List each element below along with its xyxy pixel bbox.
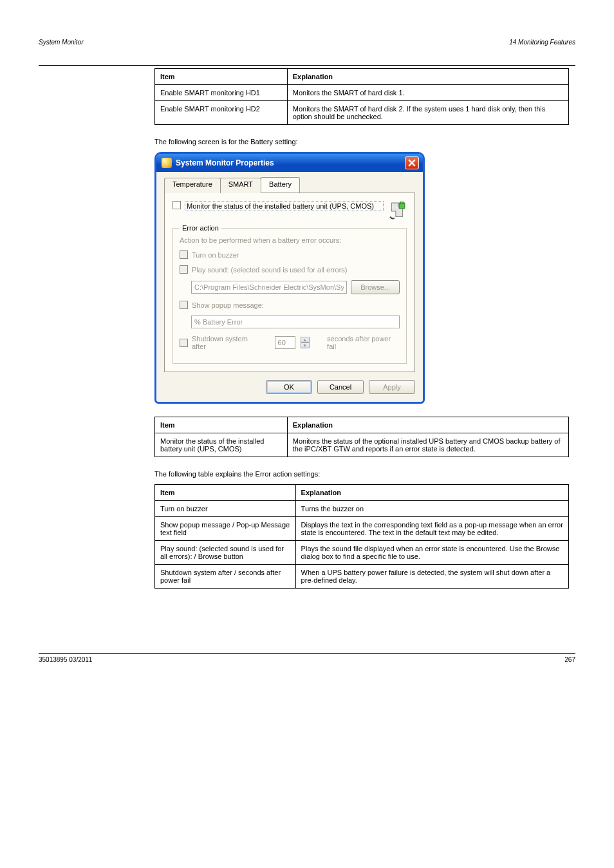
app-icon (162, 158, 172, 168)
shutdown-label: Shutdown system after (192, 335, 262, 350)
error-action-table: Item Explanation Turn on buzzer Turns th… (154, 484, 569, 589)
dialog-title: System Monitor Properties (176, 158, 274, 167)
popup-message-field[interactable] (191, 316, 400, 328)
buzzer-label: Turn on buzzer (192, 251, 239, 259)
table-header-row: Item Explanation (155, 417, 569, 433)
cancel-button[interactable]: Cancel (317, 380, 364, 394)
error-action-group: Error action Action to be performed when… (172, 228, 407, 364)
titlebar[interactable]: System Monitor Properties (156, 154, 423, 172)
th-explanation: Explanation (287, 417, 568, 433)
sound-path-field[interactable] (191, 281, 347, 294)
header-left: System Monitor (39, 39, 83, 46)
shutdown-seconds-field[interactable] (275, 336, 295, 349)
page-footer: 35013895 03/2011 267 (39, 656, 575, 663)
system-monitor-dialog: System Monitor Properties Temperature SM… (154, 152, 425, 404)
popup-label: Show popup message: (192, 301, 264, 309)
group-legend: Error action (180, 224, 221, 232)
page-header: System Monitor 14 Monitoring Features (39, 39, 575, 46)
table-header-row: Item Explanation (155, 485, 569, 501)
footer-rule (39, 653, 575, 654)
table-row: Play sound: (selected sound is used for … (155, 541, 569, 565)
table-row: Enable SMART monitoring HD2 Monitors the… (155, 101, 569, 125)
battery-monitor-table: Item Explanation Monitor the status of t… (154, 417, 569, 457)
table-header-row: Item Explanation (155, 69, 569, 85)
table-row: Enable SMART monitoring HD1 Monitors the… (155, 85, 569, 101)
dialog-button-row: OK Cancel Apply (164, 380, 415, 394)
th-item: Item (155, 417, 288, 433)
seconds-spinner[interactable]: ▲ ▼ (301, 337, 310, 348)
table-row: Shutdown system after / seconds after po… (155, 565, 569, 589)
tab-battery[interactable]: Battery (261, 177, 300, 193)
spin-down-icon[interactable]: ▼ (301, 343, 310, 348)
th-explanation: Explanation (295, 485, 568, 501)
play-sound-checkbox[interactable] (180, 265, 188, 274)
seconds-after-label: seconds after power fail (327, 335, 400, 350)
perform-label: Action to be performed when a battery er… (180, 236, 341, 244)
smart-table: Item Explanation Enable SMART monitoring… (154, 68, 569, 125)
table-row: Turn on buzzer Turns the buzzer on (155, 501, 569, 517)
tab-bar: Temperature SMART Battery (164, 177, 415, 193)
tab-temperature[interactable]: Temperature (164, 178, 221, 193)
error-action-intro: The following table explains the Error a… (154, 470, 569, 478)
popup-checkbox[interactable] (180, 301, 188, 309)
th-explanation: Explanation (287, 69, 568, 85)
buzzer-checkbox[interactable] (180, 250, 188, 259)
monitor-battery-checkbox[interactable] (172, 201, 181, 209)
monitor-battery-label: Monitor the status of the installed batt… (185, 201, 384, 211)
spin-up-icon[interactable]: ▲ (301, 337, 310, 343)
close-icon (408, 159, 416, 167)
footer-right: 267 (564, 656, 575, 663)
shutdown-checkbox[interactable] (180, 339, 188, 347)
svg-rect-1 (400, 202, 403, 203)
table-row: Show popup message / Pop-up Message text… (155, 517, 569, 541)
th-item: Item (155, 69, 288, 85)
battery-intro: The following screen is for the Battery … (154, 138, 569, 146)
header-rule (39, 65, 575, 66)
header-right: 14 Monitoring Features (509, 39, 575, 46)
ok-button[interactable]: OK (266, 380, 312, 394)
browse-button[interactable]: Browse... (351, 280, 400, 294)
footer-left: 35013895 03/2011 (39, 656, 92, 663)
battery-icon (387, 201, 407, 222)
battery-panel: Monitor the status of the installed batt… (164, 193, 415, 372)
play-sound-label: Play sound: (selected sound is used for … (192, 266, 348, 274)
th-item: Item (155, 485, 296, 501)
tab-smart[interactable]: SMART (220, 178, 261, 193)
close-button[interactable] (405, 156, 419, 169)
apply-button[interactable]: Apply (369, 380, 415, 394)
table-row: Monitor the status of the installed batt… (155, 433, 569, 457)
